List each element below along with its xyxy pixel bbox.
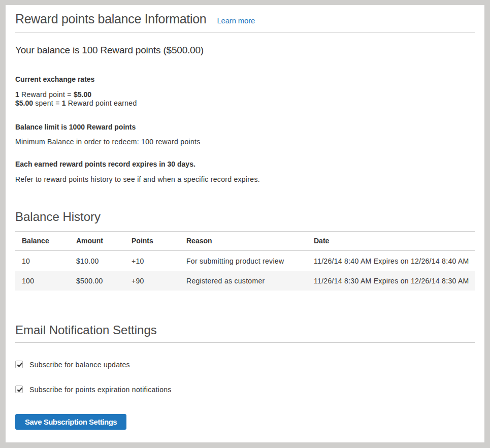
page-title: Reward points balance Information [15,12,206,26]
points-expiration-checkbox[interactable] [15,386,23,393]
exchange-rate-spend: $5.00 spent = 1 Reward point earned [15,99,475,108]
balance-history-table: Balance Amount Points Reason Date 10 $10… [15,232,475,291]
column-header-amount: Amount [70,232,125,251]
cell-reason: Registered as customer [180,271,307,291]
rate-earn-text: Reward point = [19,90,74,99]
subscribe-balance-row: Subscribe for balance updates [15,361,475,369]
cell-balance: 100 [15,271,70,291]
rate-earn-points: 1 [15,90,19,99]
column-header-balance: Balance [15,232,70,251]
exchange-rates-heading: Current exchange rates [15,75,475,84]
cell-amount: $500.00 [70,271,125,291]
subscribe-balance-label: Subscribe for balance updates [29,361,130,369]
cell-date: 11/26/14 8:40 AM Expires on 12/26/14 8:4… [307,250,475,271]
checkmark-icon [16,387,23,393]
column-header-points: Points [125,232,180,251]
cell-balance: 10 [15,250,70,271]
balance-summary: Your balance is 100 Reward points ($500.… [15,44,475,56]
cell-reason: For submitting product review [180,250,307,271]
exchange-rates: 1 Reward point = $5.00 $5.00 spent = 1 R… [15,90,475,108]
rate-spend-text: spent = [33,99,62,107]
expiry-note: Refer to reward points history to see if… [15,175,475,184]
rate-earn-amount: $5.00 [74,90,91,99]
table-row: 100 $500.00 +90 Registered as customer 1… [15,271,475,291]
balance-limit-heading: Balance limit is 1000 Reward points [15,123,475,132]
rate-spend-points: 1 [62,99,66,107]
cell-amount: $10.00 [70,250,125,271]
learn-more-link[interactable]: Learn more [217,17,255,24]
balance-history-heading: Balance History [15,210,475,224]
cell-date: 11/26/14 8:30 AM Expires on 12/26/14 8:3… [307,271,475,291]
exchange-rate-earn: 1 Reward point = $5.00 [15,90,475,100]
rate-spend-amount: $5.00 [15,99,33,107]
page-header: Reward points balance Information Learn … [15,5,475,26]
rate-spend-tail: Reward point earned [66,99,137,107]
email-settings-heading: Email Notification Settings [15,323,475,337]
email-settings-divider [15,342,475,343]
expiry-heading: Each earned reward points record expires… [15,160,475,169]
reward-points-card: Reward points balance Information Learn … [6,5,484,442]
column-header-reason: Reason [180,232,307,251]
minimum-balance-note: Minimum Balance in order to redeem: 100 … [15,138,475,147]
title-divider [15,33,475,33]
balance-updates-checkbox[interactable] [15,361,23,368]
table-header-row: Balance Amount Points Reason Date [15,232,475,251]
checkmark-icon [16,362,23,368]
subscribe-expiration-label: Subscribe for points expiration notifica… [29,386,172,394]
table-row: 10 $10.00 +10 For submitting product rev… [15,250,475,271]
cell-points: +90 [125,271,180,291]
cell-points: +10 [125,250,180,271]
subscribe-expiration-row: Subscribe for points expiration notifica… [15,386,475,394]
column-header-date: Date [307,232,475,251]
save-subscription-button[interactable]: Save Subscription Settings [15,414,126,430]
